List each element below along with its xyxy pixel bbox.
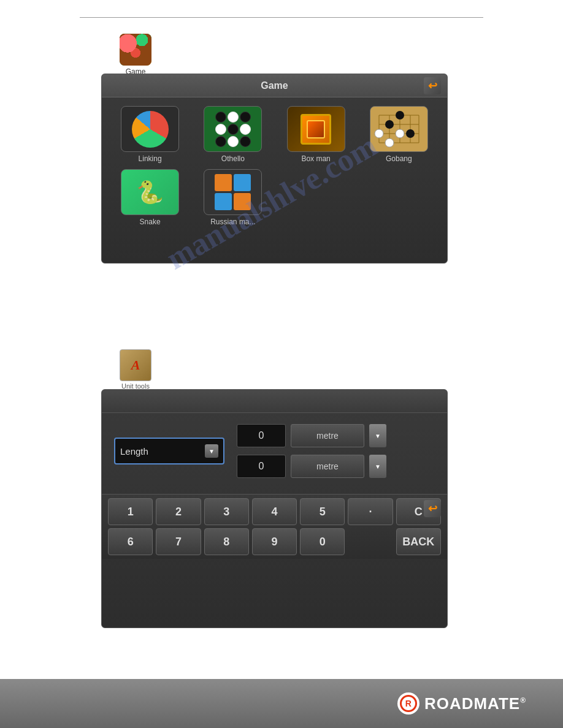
linking-label: Linking [139,154,162,163]
key-5[interactable]: 5 [300,498,345,525]
unit-row-1: 0 metre ▼ [237,424,435,447]
key-0[interactable]: 0 [300,528,345,555]
gobang-board-svg [373,109,425,149]
stone [228,112,239,123]
game-item-snake[interactable]: 🐍 Snake [112,169,188,226]
othello-icon [204,106,262,152]
unit-panel-header: ↩ [102,390,447,413]
game-panel: Game ↩ Linking [101,74,448,264]
game-panel-title: Game [261,80,288,91]
gobang-stone-white [396,129,404,138]
game-item-othello[interactable]: Othello [194,106,271,163]
unit-exit-button[interactable]: ↩ [424,500,441,517]
gobang-stone-black [396,111,404,119]
gobang-stone-black [385,120,394,129]
roadmate-r-icon: R [397,692,419,715]
keypad: 1 2 3 4 5 · C 6 7 8 9 0 BACK [102,494,447,559]
tetris-block [234,193,251,210]
tetris-block [215,174,232,191]
key-8[interactable]: 8 [204,528,249,555]
stone [240,124,251,135]
key-1[interactable]: 1 [108,498,153,525]
unit-type-2: metre [291,455,364,478]
linking-icon [121,106,179,152]
tetris-block [215,193,232,210]
stone [215,112,226,123]
unit-category-area: Length ▼ [114,438,224,464]
stone [215,136,226,147]
key-3[interactable]: 3 [204,498,249,525]
key-4[interactable]: 4 [252,498,297,525]
top-divider [80,17,483,18]
game-item-gobang[interactable]: Gobang [361,106,437,163]
boxman-shape [301,114,331,145]
boxman-label: Box man [301,154,330,163]
key-back[interactable]: BACK [396,528,441,555]
roadmate-logo: R ROADMATE® [397,692,526,715]
stone [240,136,251,147]
pie-chart-icon [132,111,169,148]
game-item-russian[interactable]: Russian ma... [194,169,271,226]
boxman-icon [287,106,345,152]
stone [228,124,239,135]
unit-category-value: Length [120,446,148,457]
unit-icon-area: A Unit tools [120,349,151,390]
unit-inputs: 0 metre ▼ 0 metre ▼ [237,424,435,478]
snake-emoji: 🐍 [136,180,164,205]
game-panel-header: Game ↩ [102,74,447,97]
unit-controls: Length ▼ 0 metre ▼ 0 metre ▼ [102,413,447,489]
unit-type-1: metre [291,424,364,447]
key-2[interactable]: 2 [156,498,201,525]
snake-label: Snake [140,218,161,226]
gobang-stone-white [375,129,383,138]
unit-icon-letter: A [131,357,140,373]
othello-board [215,112,251,147]
brand-name: ROADMATE [424,694,520,713]
snake-icon: 🐍 [121,169,179,215]
game-app-icon[interactable]: 🎮 [120,34,151,66]
gobang-label: Gobang [386,154,412,163]
unit-row-2: 0 metre ▼ [237,455,435,478]
game-icon-area: 🎮 Game [120,34,151,76]
russian-icon [204,169,262,215]
othello-label: Othello [221,154,245,163]
unit-type-dropdown-2[interactable]: ▼ [369,455,386,478]
key-9[interactable]: 9 [252,528,297,555]
unit-app-icon[interactable]: A [120,349,151,381]
stone [215,124,226,135]
game-item-boxman[interactable]: Box man [278,106,354,163]
key-6[interactable]: 6 [108,528,153,555]
unit-type-dropdown-1[interactable]: ▼ [369,424,386,447]
game-item-linking[interactable]: Linking [112,106,188,163]
gobang-icon [370,106,428,152]
footer: R ROADMATE® [0,679,563,728]
unit-panel: ↩ Length ▼ 0 metre ▼ 0 metre ▼ [101,389,448,628]
unit-value-1[interactable]: 0 [237,424,286,447]
game-grid: Linking Othello [102,97,447,235]
tetris-blocks [215,174,251,210]
dropdown-arrow-icon: ▼ [205,444,218,458]
russian-label: Russian ma... [210,218,255,226]
boxman-inner [307,120,325,138]
key-7[interactable]: 7 [156,528,201,555]
gobang-stone-black [406,129,415,138]
gobang-stone-white [385,138,394,147]
key-dot[interactable]: · [348,498,393,525]
key-space [348,528,393,555]
unit-category-dropdown[interactable]: Length ▼ [114,438,224,464]
game-exit-button[interactable]: ↩ [424,77,441,94]
stone [228,136,239,147]
roadmate-brand-text: ROADMATE® [424,694,526,713]
unit-value-2[interactable]: 0 [237,455,286,478]
stone [240,112,251,123]
roadmate-r-inner: R [400,695,417,712]
registered-mark: ® [520,696,526,705]
tetris-block [234,174,251,191]
